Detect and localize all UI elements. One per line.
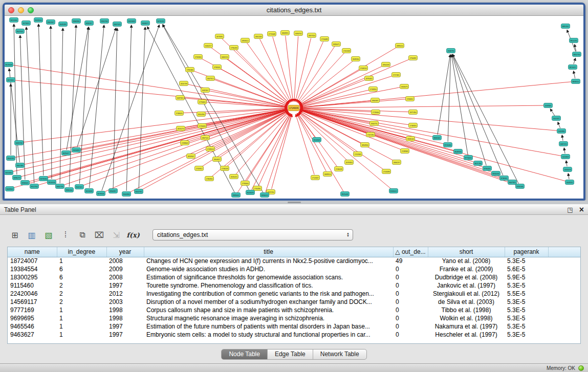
graph-edge[interactable] bbox=[298, 53, 344, 103]
graph-edge[interactable] bbox=[14, 80, 287, 107]
graph-node[interactable]: 1705912 bbox=[195, 166, 204, 171]
graph-node[interactable]: 9425017 bbox=[62, 151, 71, 156]
graph-node[interactable]: 9350917 bbox=[109, 189, 118, 193]
graph-node[interactable]: 9379256 bbox=[39, 177, 48, 181]
graph-node[interactable]: 9773016 bbox=[464, 156, 473, 160]
graph-node[interactable]: 9528164 bbox=[34, 18, 43, 23]
graph-node[interactable]: 1514545 bbox=[313, 138, 321, 142]
graph-node[interactable]: 9519408 bbox=[5, 62, 13, 67]
graph-edge[interactable] bbox=[60, 28, 63, 183]
table-row[interactable]: 1830029562008Estimation of significance … bbox=[8, 273, 580, 281]
graph-edge[interactable] bbox=[286, 36, 293, 101]
graph-node[interactable]: 1602437 bbox=[552, 116, 561, 121]
graph-node[interactable]: 1843075 bbox=[400, 84, 409, 89]
graph-node[interactable]: 9478526 bbox=[97, 191, 105, 196]
select-columns-icon[interactable]: ▥ bbox=[25, 229, 38, 241]
graph-node[interactable]: 1876402 bbox=[365, 76, 374, 81]
graph-node[interactable]: 1769843 bbox=[181, 141, 189, 145]
graph-edge[interactable] bbox=[247, 114, 290, 181]
graph-node[interactable]: 1793064 bbox=[241, 181, 250, 186]
graph-node[interactable]: 1772048 bbox=[268, 32, 276, 36]
graph-edge[interactable] bbox=[208, 91, 287, 106]
graph-node[interactable]: 9352768 bbox=[100, 19, 109, 24]
network-canvas[interactable]: 1724009185301217904331682215175924118475… bbox=[5, 16, 583, 199]
graph-node[interactable]: 9496273 bbox=[13, 176, 21, 180]
graph-node[interactable]: 1873591 bbox=[215, 34, 224, 39]
graph-node[interactable]: 9810235 bbox=[570, 38, 578, 43]
new-column-icon[interactable]: ▧ bbox=[42, 229, 55, 241]
graph-node[interactable]: 1761538 bbox=[342, 49, 351, 53]
graph-node[interactable]: 1804627 bbox=[213, 157, 222, 162]
graph-edge[interactable] bbox=[451, 55, 468, 155]
graph-edge[interactable] bbox=[300, 110, 517, 185]
graph-node[interactable]: 1739518 bbox=[206, 147, 215, 151]
graph-node[interactable]: 1697315 bbox=[176, 96, 185, 100]
graph-edge[interactable] bbox=[300, 108, 558, 130]
graph-node[interactable]: 1826415 bbox=[230, 174, 238, 179]
graph-node[interactable]: 9891352 bbox=[561, 24, 570, 29]
table-row[interactable]: 2242004622012Investigating the contribut… bbox=[8, 290, 580, 298]
graph-node[interactable]: 1765812 bbox=[406, 97, 415, 101]
graph-node[interactable]: 1871354 bbox=[409, 110, 418, 115]
graph-node[interactable]: 1758209 bbox=[221, 166, 229, 171]
graph-edge[interactable] bbox=[63, 110, 288, 185]
graph-edge[interactable] bbox=[237, 114, 290, 192]
graph-edge[interactable] bbox=[12, 110, 287, 172]
graph-node[interactable]: 9874021 bbox=[569, 65, 577, 70]
graph-node[interactable]: 9512764 bbox=[30, 184, 39, 189]
graph-edge[interactable] bbox=[14, 24, 17, 174]
graph-node[interactable]: 1609252 bbox=[565, 180, 574, 185]
close-button[interactable] bbox=[8, 7, 14, 13]
graph-node[interactable]: 9473820 bbox=[22, 21, 31, 26]
graph-edge[interactable] bbox=[113, 28, 117, 188]
graph-node[interactable]: 1863915 bbox=[281, 31, 290, 35]
graph-node[interactable]: 1749583 bbox=[401, 149, 409, 154]
graph-edge[interactable] bbox=[220, 112, 288, 157]
graph-node[interactable]: 1640217 bbox=[204, 43, 213, 48]
graph-edge[interactable] bbox=[300, 110, 484, 167]
graph-node[interactable]: 1832607 bbox=[187, 154, 195, 159]
graph-edge[interactable] bbox=[294, 36, 298, 101]
graph-node[interactable]: 1712637 bbox=[311, 176, 320, 180]
panel-splitter[interactable] bbox=[0, 201, 588, 204]
graph-node[interactable]: 1878353 bbox=[345, 160, 354, 165]
function-builder-icon[interactable]: f(x) bbox=[126, 229, 140, 241]
graph-node[interactable]: 9506384 bbox=[122, 192, 131, 196]
graph-edge[interactable] bbox=[205, 102, 287, 107]
graph-node[interactable]: 9529478 bbox=[246, 190, 255, 195]
graph-node[interactable]: 9456013 bbox=[260, 193, 269, 198]
graph-node[interactable]: 1854209 bbox=[382, 62, 390, 67]
column-header-pagerank[interactable]: pagerank bbox=[505, 247, 548, 257]
graph-node[interactable]: 1841263 bbox=[254, 34, 263, 39]
graph-node[interactable]: 1948794 bbox=[447, 49, 455, 53]
graph-node[interactable]: 1820739 bbox=[180, 81, 188, 86]
table-mode-icon[interactable]: ⊞ bbox=[8, 229, 21, 241]
graph-node[interactable]: 1725633 bbox=[198, 124, 207, 128]
graph-node[interactable]: 1764382 bbox=[253, 186, 262, 191]
column-header-out_degree[interactable]: △ out_de... bbox=[393, 247, 428, 257]
hub-node[interactable]: 1724009 bbox=[288, 105, 299, 111]
graph-edge[interactable] bbox=[26, 27, 34, 183]
graph-node[interactable]: 9358041 bbox=[21, 181, 30, 185]
graph-edge[interactable] bbox=[566, 161, 567, 166]
graph-node[interactable]: 9384590 bbox=[72, 19, 81, 24]
graph-edge[interactable] bbox=[252, 114, 291, 190]
graph-node[interactable]: 1733916 bbox=[369, 87, 378, 92]
graph-edge[interactable] bbox=[236, 50, 289, 103]
graph-node[interactable]: 9667925 bbox=[508, 180, 517, 185]
network-table-selector[interactable]: citations_edges.txt ▲▼ bbox=[153, 229, 353, 240]
graph-node[interactable]: 9756432 bbox=[483, 166, 492, 171]
minimize-button[interactable] bbox=[18, 7, 24, 13]
graph-node[interactable]: 1782466 bbox=[186, 68, 194, 72]
graph-edge[interactable] bbox=[272, 115, 292, 189]
graph-edge[interactable] bbox=[77, 28, 116, 147]
graph-edge[interactable] bbox=[297, 114, 343, 191]
table-row[interactable]: 911546021997Tourette syndrome. Phenomeno… bbox=[8, 281, 580, 290]
graph-node[interactable]: 1869514 bbox=[323, 172, 332, 177]
graph-node[interactable]: 9836510 bbox=[572, 79, 580, 84]
graph-node[interactable]: 1860587 bbox=[371, 98, 380, 103]
column-header-short[interactable]: short bbox=[428, 247, 505, 257]
table-row[interactable]: 1938455462009Genome-wide association stu… bbox=[8, 265, 580, 273]
graph-node[interactable]: 1844731 bbox=[370, 121, 379, 126]
graph-edge[interactable] bbox=[452, 54, 503, 175]
